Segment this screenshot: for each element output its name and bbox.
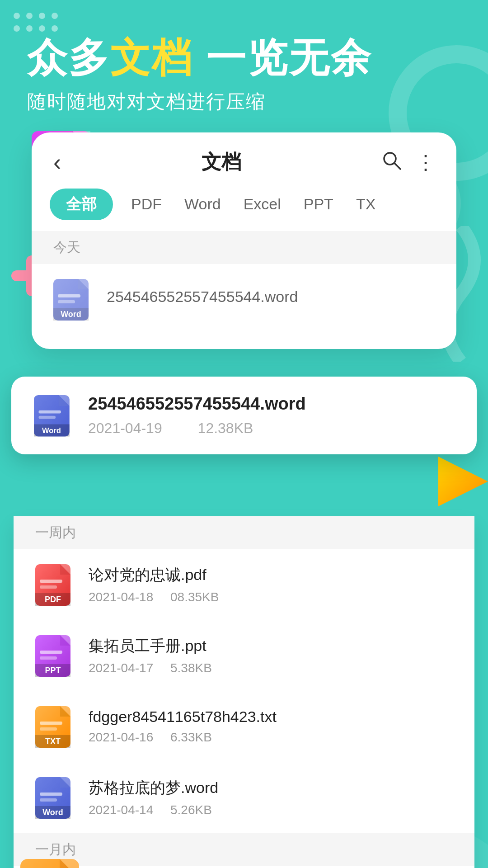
play-decorative-icon (434, 452, 488, 513)
svg-rect-20 (58, 300, 75, 303)
main-card: ‹ 文档 ⋮ 全部 PDF Word Excel PPT TX 今天 (32, 132, 456, 349)
svg-rect-40 (40, 651, 62, 654)
card-title: 文档 (202, 149, 241, 175)
svg-rect-19 (58, 294, 80, 297)
file-item-pdf[interactable]: PDF 论对党的忠诚.pdf 2021-04-18 08.35KB (14, 549, 474, 620)
header-icons: ⋮ (381, 150, 435, 174)
svg-text:PPT: PPT (45, 666, 61, 675)
tab-tx[interactable]: TX (352, 190, 380, 218)
pdf-file-meta: 2021-04-18 08.35KB (89, 590, 453, 604)
svg-rect-54 (40, 793, 62, 796)
svg-rect-47 (40, 722, 62, 725)
ppt-file-meta: 2021-04-17 5.38KB (89, 661, 453, 675)
word2-file-size: 5.26KB (170, 803, 212, 817)
word2-file-meta: 2021-04-14 5.26KB (89, 803, 453, 817)
word-file-icon: Word (53, 277, 94, 322)
tab-word[interactable]: Word (180, 190, 225, 218)
ppt-file-icon: PPT (35, 633, 76, 678)
txt-file-date: 2021-04-16 (89, 730, 153, 744)
svg-text:PDF: PDF (45, 595, 61, 604)
popup-file-date: 2021-04-19 (88, 420, 162, 436)
file-item-ppt[interactable]: PPT 集拓员工手册.ppt 2021-04-17 5.38KB (14, 620, 474, 691)
popup-file-meta: 2021-04-19 12.38KB (88, 420, 454, 437)
hero-subtitle: 随时随地对对文档进行压缩 (27, 89, 461, 114)
pdf-file-info: 论对党的忠诚.pdf 2021-04-18 08.35KB (89, 565, 453, 604)
tab-all[interactable]: 全部 (50, 189, 113, 220)
ppt-file-info: 集拓员工手册.ppt 2021-04-17 5.38KB (89, 636, 453, 675)
card-header: ‹ 文档 ⋮ (32, 132, 456, 189)
hero-section: 众多文档 一览无余 随时随地对对文档进行压缩 (0, 0, 488, 132)
txt-file-info: fdgger84541165t78h423.txt 2021-04-16 6.3… (89, 708, 453, 745)
word2-file-info: 苏格拉底的梦.word 2021-04-14 5.26KB (89, 778, 453, 817)
pdf-file-size: 08.35KB (170, 590, 219, 604)
svg-rect-26 (39, 410, 61, 414)
word2-file-icon: Word (35, 775, 76, 820)
file-item-txt[interactable]: TXT fdgger84541165t78h423.txt 2021-04-16… (14, 691, 474, 762)
svg-text:Word: Word (61, 310, 81, 319)
svg-rect-33 (40, 580, 62, 583)
svg-rect-34 (40, 585, 57, 589)
section-week: 一周内 (14, 516, 474, 549)
svg-rect-41 (40, 656, 57, 660)
file-name-today: 254546552557455544.word (107, 288, 435, 306)
file-item-today-word[interactable]: Word 254546552557455544.word (32, 264, 456, 349)
popup-file-size: 12.38KB (198, 420, 253, 436)
hero-title-part2: 一览无余 (193, 35, 372, 80)
txt-file-size: 6.33KB (170, 730, 212, 744)
file-info-today: 254546552557455544.word (107, 288, 435, 310)
search-icon[interactable] (381, 150, 401, 174)
pdf-file-name: 论对党的忠诚.pdf (89, 565, 453, 585)
hero-title-highlight: 文档 (110, 35, 193, 80)
tab-excel[interactable]: Excel (239, 190, 286, 218)
popup-file-name: 254546552557455544.word (88, 394, 454, 414)
svg-marker-11 (438, 457, 488, 506)
ppt-file-date: 2021-04-17 (89, 661, 153, 675)
ppt-file-size: 5.38KB (170, 661, 212, 675)
ppt-file-name: 集拓员工手册.ppt (89, 636, 453, 656)
word2-file-date: 2021-04-14 (89, 803, 153, 817)
txt-file-name: fdgger84541165t78h423.txt (89, 708, 453, 726)
svg-rect-55 (40, 798, 57, 802)
bottom-txt-float-icon: TXT (18, 852, 86, 868)
popup-file-card[interactable]: Word 254546552557455544.word 2021-04-19 … (11, 377, 477, 454)
svg-line-13 (394, 163, 400, 169)
tab-ppt[interactable]: PPT (299, 190, 338, 218)
svg-rect-48 (40, 727, 57, 731)
section-today: 今天 (32, 231, 456, 264)
pdf-file-date: 2021-04-18 (89, 590, 153, 604)
hero-title: 众多文档 一览无余 (27, 36, 461, 80)
tab-pdf[interactable]: PDF (127, 190, 166, 218)
svg-text:Word: Word (42, 808, 63, 817)
svg-text:TXT: TXT (45, 737, 61, 746)
txt-file-icon: TXT (35, 704, 76, 749)
svg-text:Word: Word (42, 426, 61, 434)
hero-title-part1: 众多 (27, 35, 110, 80)
filter-tabs: 全部 PDF Word Excel PPT TX (32, 189, 456, 231)
file-item-word2[interactable]: Word 苏格拉底的梦.word 2021-04-14 5.26KB (14, 762, 474, 833)
more-icon[interactable]: ⋮ (416, 152, 435, 172)
pdf-file-icon: PDF (35, 562, 76, 607)
svg-rect-27 (39, 416, 56, 419)
txt-file-meta: 2021-04-16 6.33KB (89, 730, 453, 745)
popup-word-icon: Word (34, 393, 75, 438)
word2-file-name: 苏格拉底的梦.word (89, 778, 453, 798)
back-button[interactable]: ‹ (53, 149, 61, 176)
popup-file-info: 254546552557455544.word 2021-04-19 12.38… (88, 394, 454, 437)
